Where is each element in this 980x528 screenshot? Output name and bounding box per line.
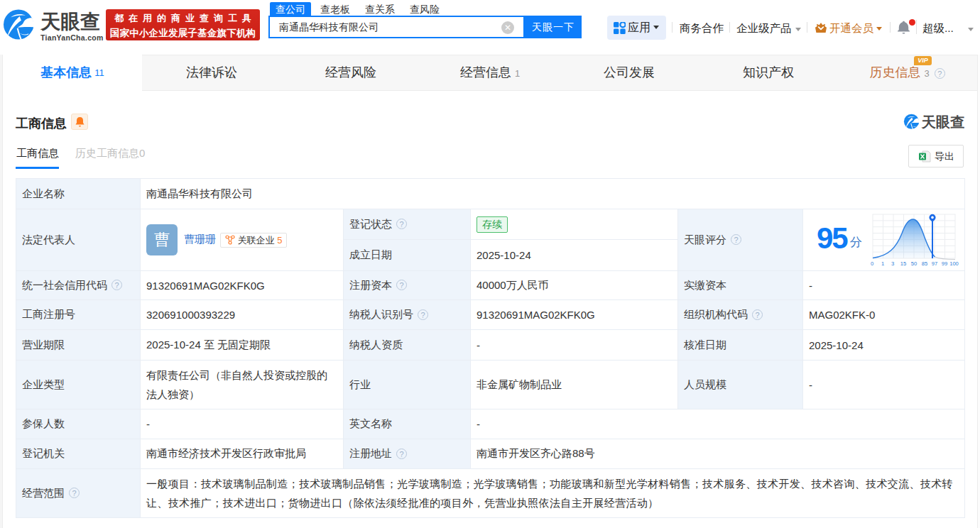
svg-text:100: 100 bbox=[949, 260, 959, 267]
svg-text:50: 50 bbox=[911, 260, 917, 267]
svg-text:天眼查: 天眼查 bbox=[921, 114, 964, 130]
svg-text:85: 85 bbox=[922, 260, 927, 267]
svg-text:15: 15 bbox=[900, 260, 906, 267]
svg-text:3: 3 bbox=[891, 260, 894, 267]
svg-text:97: 97 bbox=[932, 260, 937, 267]
svg-text:1: 1 bbox=[881, 260, 884, 267]
svg-text:99: 99 bbox=[942, 260, 947, 267]
svg-text:0: 0 bbox=[871, 260, 873, 267]
